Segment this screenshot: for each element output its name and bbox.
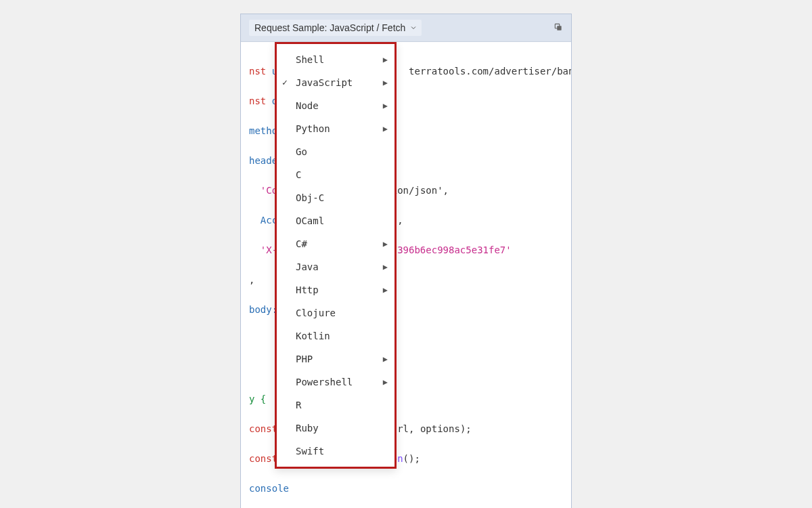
menu-item-label: Shell [296, 52, 324, 67]
language-option-kotlin[interactable]: Kotlin [277, 324, 394, 347]
language-option-java[interactable]: Java▶ [277, 255, 394, 278]
chevron-right-icon: ▶ [383, 75, 388, 90]
language-option-obj-c[interactable]: Obj-C [277, 186, 394, 209]
language-option-c-[interactable]: C#▶ [277, 232, 394, 255]
check-icon: ✓ [282, 75, 288, 90]
menu-item-label: Http [296, 282, 319, 297]
chevron-right-icon: ▶ [383, 375, 388, 389]
chevron-right-icon: ▶ [383, 52, 388, 67]
language-option-go[interactable]: Go [277, 140, 394, 163]
menu-item-label: Obj-C [296, 190, 324, 205]
language-option-c[interactable]: C [277, 163, 394, 186]
language-option-shell[interactable]: Shell▶ [277, 48, 394, 71]
language-option-powershell[interactable]: Powershell▶ [277, 371, 394, 394]
code-token: body: [249, 304, 277, 315]
menu-item-label: JavaScript [296, 75, 353, 90]
request-header: Request Sample: JavaScript / Fetch [241, 14, 571, 42]
menu-item-label: C [296, 167, 301, 182]
chevron-right-icon: ▶ [383, 259, 388, 274]
menu-item-label: Powershell [296, 375, 353, 389]
request-code-block: nst url = terratools.com/advertiser/bann… [241, 42, 571, 508]
chevron-right-icon: ▶ [383, 282, 388, 297]
chevron-right-icon: ▶ [383, 121, 388, 136]
chevron-down-icon [409, 24, 418, 32]
language-option-python[interactable]: Python▶ [277, 117, 394, 140]
language-option-r[interactable]: R [277, 394, 394, 417]
language-option-clojure[interactable]: Clojure [277, 301, 394, 324]
code-token: (url, options); [386, 423, 471, 434]
language-option-http[interactable]: Http▶ [277, 278, 394, 301]
chevron-right-icon: ▶ [383, 352, 388, 366]
chevron-right-icon: ▶ [383, 236, 388, 251]
menu-item-label: Go [296, 144, 307, 159]
code-token: terratools.com/advertiser/bann [409, 66, 571, 77]
menu-item-label: Java [296, 259, 319, 274]
language-option-ruby[interactable]: Ruby [277, 417, 394, 440]
api-sample-panel: Request Sample: JavaScript / Fetch nst u… [240, 14, 572, 508]
language-option-node[interactable]: Node▶ [277, 94, 394, 117]
code-token: y { [249, 394, 266, 404]
language-dropdown-label: Request Sample: JavaScript / Fetch [254, 22, 405, 33]
code-token: nst [249, 96, 272, 106]
code-token: 27396b6ec998ac5e31fe7' [386, 245, 511, 255]
code-token: ion/json', [392, 185, 449, 196]
menu-item-label: R [296, 398, 301, 412]
menu-item-label: PHP [296, 352, 313, 366]
language-option-ocaml[interactable]: OCaml [277, 209, 394, 232]
code-token: (); [403, 453, 420, 464]
language-option-javascript[interactable]: ✓JavaScript▶ [277, 71, 394, 94]
menu-item-label: Node [296, 98, 319, 113]
language-option-swift[interactable]: Swift [277, 440, 394, 463]
menu-item-label: Swift [296, 444, 324, 459]
chevron-right-icon: ▶ [383, 98, 388, 113]
menu-item-label: OCaml [296, 213, 324, 228]
menu-item-label: Python [296, 121, 330, 136]
menu-item-label: C# [296, 236, 307, 251]
copy-icon[interactable] [554, 22, 563, 34]
code-token: console [249, 483, 289, 494]
code-token: nst [249, 66, 272, 77]
menu-item-label: Clojure [296, 305, 336, 320]
menu-item-label: Ruby [296, 421, 319, 436]
menu-item-label: Kotlin [296, 329, 330, 343]
language-option-php[interactable]: PHP▶ [277, 347, 394, 371]
language-dropdown-trigger[interactable]: Request Sample: JavaScript / Fetch [249, 20, 422, 36]
language-dropdown-menu: Shell▶✓JavaScript▶Node▶Python▶GoCObj-COC… [275, 42, 397, 469]
